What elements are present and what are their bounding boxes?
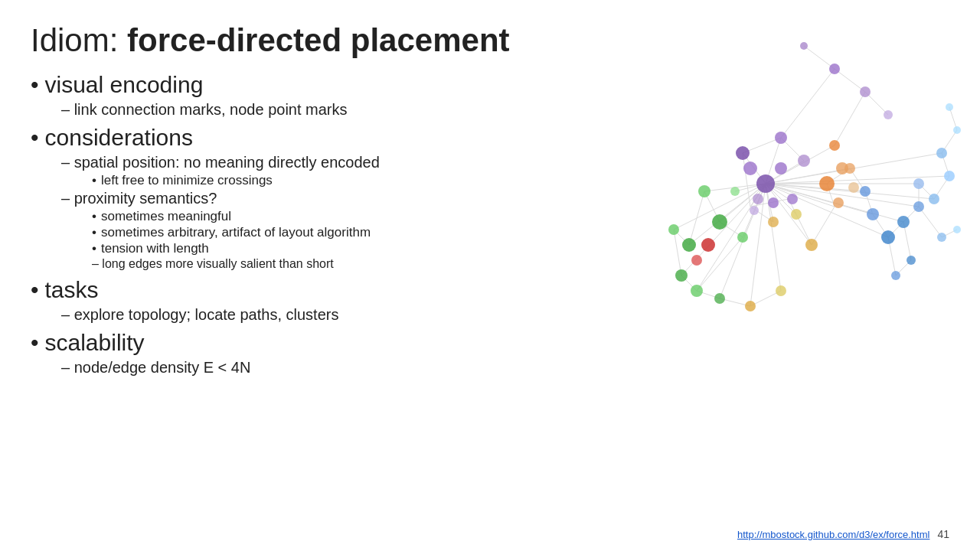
- svg-point-86: [848, 182, 859, 193]
- sub-bullet-sometimes-meaningful: • sometimes meaningful: [92, 209, 551, 224]
- sub-bullet-text: sometimes arbitrary, artifact of layout …: [101, 225, 371, 240]
- bullet-dot: •: [31, 125, 39, 151]
- bullet-tasks: • tasks: [31, 277, 551, 303]
- svg-point-116: [776, 285, 786, 296]
- svg-point-115: [745, 301, 756, 311]
- svg-point-101: [946, 103, 953, 111]
- svg-point-79: [775, 132, 787, 144]
- svg-point-75: [775, 162, 787, 174]
- sub-bullet-text: tension with length: [101, 241, 209, 256]
- svg-point-87: [829, 140, 840, 151]
- svg-point-121: [829, 64, 840, 74]
- svg-point-82: [750, 206, 759, 215]
- svg-point-92: [913, 201, 924, 212]
- title-bold: force-directed placement: [127, 22, 510, 58]
- svg-point-76: [753, 194, 763, 204]
- svg-line-39: [812, 207, 835, 245]
- svg-point-99: [936, 148, 947, 158]
- svg-point-81: [787, 194, 798, 204]
- slide: Idiom: force-directed placement • visual…: [0, 0, 980, 551]
- svg-point-83: [819, 176, 835, 191]
- svg-point-96: [860, 186, 871, 197]
- sub-explore-topology: – explore topology; locate paths, cluste…: [61, 306, 551, 324]
- bullet-dot: •: [31, 277, 39, 303]
- bullet-label: considerations: [45, 125, 193, 151]
- sub-spatial-position: – spatial position: no meaning directly …: [61, 154, 551, 171]
- bullet-dot: •: [31, 72, 39, 98]
- svg-point-111: [737, 232, 748, 243]
- svg-line-68: [919, 207, 942, 237]
- sub-proximity-semantics: – proximity semantics?: [61, 190, 551, 207]
- sub-sub-long-edges: – long edges more visually salient than …: [92, 257, 551, 271]
- page-number: 41: [937, 528, 949, 540]
- svg-point-117: [768, 217, 779, 227]
- svg-point-94: [891, 271, 900, 280]
- sub-bullet-dot: •: [92, 241, 96, 256]
- svg-point-102: [937, 233, 946, 242]
- svg-point-80: [798, 155, 810, 167]
- sub-node-edge-density: – node/edge density E < 4N: [61, 359, 551, 377]
- svg-point-119: [805, 239, 818, 251]
- svg-point-89: [881, 230, 895, 244]
- svg-line-52: [689, 191, 704, 245]
- svg-point-105: [698, 185, 710, 197]
- svg-point-85: [833, 197, 844, 208]
- svg-point-78: [736, 146, 750, 160]
- graph-visualization: [567, 8, 965, 406]
- svg-point-93: [913, 178, 924, 189]
- svg-point-98: [944, 171, 955, 181]
- bullet-label: scalability: [45, 330, 145, 356]
- svg-line-61: [804, 46, 835, 69]
- svg-line-64: [835, 92, 865, 145]
- title-prefix: Idiom:: [31, 22, 127, 58]
- bullet-label: tasks: [45, 277, 99, 303]
- svg-point-106: [682, 238, 696, 252]
- svg-point-120: [800, 42, 808, 50]
- svg-point-107: [668, 224, 679, 235]
- bullet-visual-encoding: • visual encoding: [31, 72, 551, 98]
- svg-line-63: [835, 69, 865, 92]
- svg-point-123: [884, 110, 893, 119]
- sub-bullet-tension-length: • tension with length: [92, 241, 551, 256]
- footer-link[interactable]: http://mbostock.github.com/d3/ex/force.h…: [737, 529, 929, 540]
- svg-point-104: [712, 214, 727, 230]
- sub-bullet-dot: •: [92, 209, 96, 224]
- bullet-scalability: • scalability: [31, 330, 551, 356]
- sub-bullet-text: left free to minimize crossings: [101, 173, 273, 188]
- sub-bullet-text: sometimes meaningful: [101, 209, 231, 224]
- svg-point-122: [860, 86, 871, 97]
- svg-point-118: [791, 209, 802, 220]
- svg-point-109: [691, 285, 703, 297]
- svg-point-110: [714, 293, 725, 304]
- svg-point-108: [675, 269, 688, 282]
- svg-point-112: [730, 187, 740, 196]
- sub-bullet-dot: •: [92, 225, 96, 240]
- bullet-considerations: • considerations: [31, 125, 551, 151]
- svg-point-73: [756, 174, 775, 193]
- bullet-label: visual encoding: [45, 72, 204, 98]
- slide-footer: http://mbostock.github.com/d3/ex/force.h…: [737, 528, 949, 540]
- svg-line-62: [781, 69, 835, 138]
- svg-point-95: [906, 256, 916, 265]
- svg-point-88: [844, 163, 855, 174]
- svg-point-97: [929, 194, 939, 204]
- content-area: • visual encoding – link connection mark…: [31, 72, 551, 377]
- svg-point-77: [768, 197, 779, 208]
- sub-bullet-sometimes-arbitrary: • sometimes arbitrary, artifact of layou…: [92, 225, 551, 240]
- svg-point-90: [867, 208, 879, 220]
- graph-svg: [567, 8, 965, 406]
- bullet-dot: •: [31, 330, 39, 356]
- svg-point-113: [701, 238, 715, 252]
- svg-point-103: [953, 226, 961, 233]
- svg-point-91: [897, 216, 910, 228]
- sub-link-connection: – link connection marks, node point mark…: [61, 101, 551, 119]
- svg-point-74: [743, 161, 757, 175]
- sub-bullet-crossings: • left free to minimize crossings: [92, 173, 551, 188]
- svg-point-100: [953, 126, 961, 134]
- svg-point-114: [691, 255, 702, 266]
- svg-line-11: [766, 184, 812, 245]
- sub-bullet-dot: •: [92, 173, 96, 188]
